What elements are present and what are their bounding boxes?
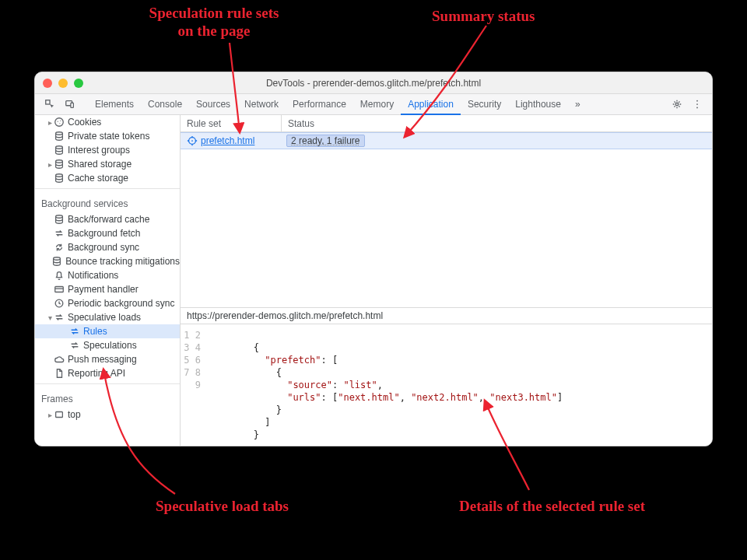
frames-header: Frames — [35, 387, 180, 408]
tabs-overflow-chevron-icon[interactable]: » — [568, 94, 587, 114]
ruleset-table-header: Rule set Status — [181, 115, 712, 132]
sidebar-item-label: Cache storage — [68, 173, 128, 184]
svg-point-7 — [55, 118, 64, 127]
sidebar-item-reporting-api[interactable]: Reporting API — [35, 366, 180, 380]
minimize-icon[interactable] — [58, 79, 68, 88]
col-header-ruleset[interactable]: Rule set — [181, 115, 282, 131]
tab-console[interactable]: Console — [141, 94, 189, 114]
svg-rect-17 — [55, 287, 64, 292]
tab-elements[interactable]: Elements — [88, 94, 141, 114]
svg-rect-19 — [56, 412, 63, 418]
kebab-menu-icon[interactable] — [687, 94, 707, 114]
sidebar-item-bounce-tracking-mitigations[interactable]: Bounce tracking mitigations — [35, 254, 180, 268]
tab-application[interactable]: Application — [401, 94, 461, 115]
arrows-icon — [69, 340, 80, 351]
svg-point-13 — [56, 160, 63, 163]
clock-icon — [54, 298, 65, 309]
sidebar-item-private-state-tokens[interactable]: Private state tokens — [35, 129, 180, 143]
db-icon — [54, 131, 65, 142]
sidebar-item-label: Background sync — [68, 242, 139, 253]
tab-network[interactable]: Network — [237, 94, 286, 114]
sidebar-item-label: Payment handler — [68, 284, 139, 295]
window-controls[interactable] — [43, 79, 83, 88]
sidebar-item-label: Back/forward cache — [68, 214, 149, 225]
svg-point-6 — [696, 107, 698, 109]
caret-right-icon — [46, 411, 54, 419]
application-sidebar[interactable]: CookiesPrivate state tokensInterest grou… — [35, 115, 181, 446]
svg-rect-0 — [46, 100, 50, 104]
sync-icon — [54, 242, 65, 253]
annotation-tabs: Speculative load tabs — [156, 498, 289, 516]
cookie-icon — [54, 117, 65, 128]
frame-icon — [54, 409, 65, 420]
bg-services-header: Background services — [35, 192, 180, 212]
code-gutter: 1 2 3 4 5 6 7 8 9 — [181, 329, 209, 441]
sidebar-item-speculative-loads[interactable]: Speculative loads — [35, 310, 180, 324]
tab-performance[interactable]: Performance — [286, 94, 353, 114]
sidebar-item-interest-groups[interactable]: Interest groups — [35, 143, 180, 157]
svg-point-4 — [696, 100, 698, 102]
status-chip[interactable]: 2 ready, 1 failure — [286, 135, 365, 147]
sidebar-item-shared-storage[interactable]: Shared storage — [35, 157, 180, 171]
svg-point-21 — [191, 140, 193, 142]
card-icon — [54, 284, 65, 295]
svg-point-8 — [58, 121, 58, 122]
code-body: { "prefetch": [ { "source": "list", "url… — [209, 329, 563, 441]
devtools-window: DevTools - prerender-demos.glitch.me/pre… — [34, 72, 713, 446]
tab-security[interactable]: Security — [461, 94, 508, 114]
annotation-details: Details of the selected rule set — [459, 498, 645, 516]
db-icon — [54, 145, 65, 156]
settings-gear-icon[interactable] — [667, 94, 687, 114]
zoom-icon[interactable] — [74, 79, 83, 88]
sidebar-item-background-sync[interactable]: Background sync — [35, 240, 180, 254]
arrows-icon — [54, 228, 65, 239]
inspect-icon[interactable] — [40, 94, 60, 114]
devtools-tabbar: ElementsConsoleSourcesNetworkPerformance… — [35, 94, 712, 115]
code-viewer[interactable]: 1 2 3 4 5 6 7 8 9 { "prefetch": [ { "sou… — [181, 324, 712, 446]
db-icon — [54, 214, 65, 225]
sidebar-item-back-forward-cache[interactable]: Back/forward cache — [35, 212, 180, 226]
ruleset-url-bar: https://prerender-demos.glitch.me/prefet… — [181, 307, 712, 324]
sidebar-item-label: Notifications — [68, 270, 118, 281]
sidebar-item-label: Cookies — [68, 117, 101, 128]
svg-point-11 — [56, 132, 63, 135]
ruleset-name: prefetch.html — [201, 135, 254, 146]
sidebar-item-label: Shared storage — [68, 159, 132, 170]
caret-right-icon — [46, 160, 54, 169]
sidebar-item-notifications[interactable]: Notifications — [35, 268, 180, 282]
window-title: DevTools - prerender-demos.glitch.me/pre… — [35, 78, 712, 89]
cloud-icon — [54, 354, 65, 365]
sidebar-item-label: Private state tokens — [68, 131, 149, 142]
tab-sources[interactable]: Sources — [189, 94, 237, 114]
arrows-icon — [54, 312, 65, 323]
device-icon[interactable] — [60, 94, 80, 114]
sidebar-item-background-fetch[interactable]: Background fetch — [35, 226, 180, 240]
col-header-status[interactable]: Status — [282, 115, 712, 131]
sidebar-item-label: Background fetch — [68, 228, 140, 239]
sidebar-item-periodic-background-sync[interactable]: Periodic background sync — [35, 296, 180, 310]
sidebar-item-label: Interest groups — [68, 145, 130, 156]
sidebar-item-speculations[interactable]: Speculations — [35, 338, 180, 352]
ruleset-table-body — [181, 149, 712, 307]
tab-lighthouse[interactable]: Lighthouse — [508, 94, 568, 114]
sidebar-item-label: Push messaging — [68, 354, 137, 365]
sidebar-item-label: Speculations — [83, 340, 137, 351]
sidebar-item-push-messaging[interactable]: Push messaging — [35, 352, 180, 366]
sidebar-item-cookies[interactable]: Cookies — [35, 115, 180, 129]
svg-point-15 — [56, 215, 63, 219]
sidebar-item-cache-storage[interactable]: Cache storage — [35, 171, 180, 185]
sidebar-item-label: Rules — [83, 326, 107, 337]
tab-memory[interactable]: Memory — [353, 94, 401, 114]
ruleset-link[interactable]: prefetch.html — [181, 133, 282, 149]
svg-point-12 — [56, 146, 63, 149]
svg-rect-2 — [71, 103, 74, 107]
ruleset-row[interactable]: prefetch.html 2 ready, 1 failure — [181, 132, 712, 149]
annotation-summary: Summary status — [432, 8, 535, 26]
sidebar-item-rules[interactable]: Rules — [35, 324, 180, 338]
doc-icon — [54, 368, 65, 379]
window-titlebar: DevTools - prerender-demos.glitch.me/pre… — [35, 72, 712, 94]
sidebar-item-top[interactable]: top — [35, 408, 180, 422]
caret-down-icon — [46, 313, 54, 322]
sidebar-item-payment-handler[interactable]: Payment handler — [35, 282, 180, 296]
close-icon[interactable] — [43, 79, 52, 88]
